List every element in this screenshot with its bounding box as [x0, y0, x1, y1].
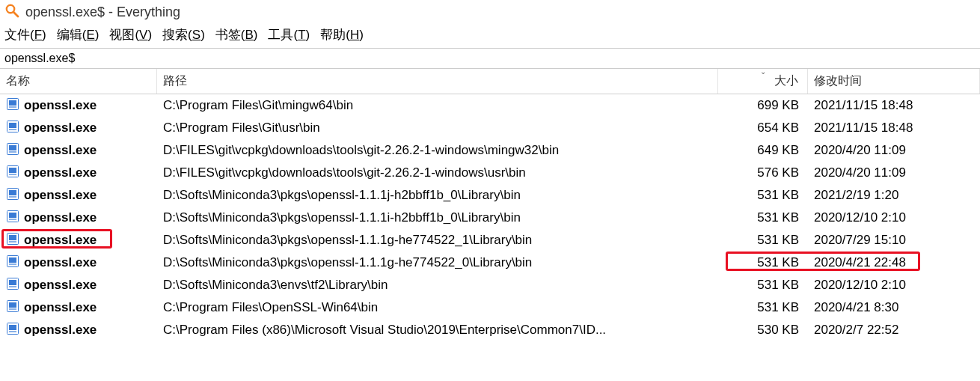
exe-icon — [6, 187, 19, 204]
file-name: openssl.exe — [24, 165, 97, 180]
menu-help[interactable]: 帮助(H) — [320, 26, 364, 43]
menu-tools[interactable]: 工具(T) — [268, 26, 310, 43]
table-row[interactable]: openssl.exe D:\Softs\Miniconda3\pkgs\ope… — [0, 252, 980, 274]
file-path: D:\Softs\Miniconda3\envs\tf2\Library\bin — [157, 278, 718, 293]
svg-rect-31 — [9, 308, 16, 310]
menu-edit[interactable]: 编辑(E) — [57, 26, 99, 43]
file-name: openssl.exe — [24, 98, 97, 113]
file-path: D:\FILES\git\vcpkg\downloads\tools\git-2… — [157, 165, 718, 180]
file-size: 531 KB — [718, 233, 808, 248]
file-path: D:\Softs\Miniconda3\pkgs\openssl-1.1.1i-… — [157, 210, 718, 225]
search-wrap — [0, 48, 980, 69]
search-input[interactable] — [0, 49, 980, 68]
file-mtime: 2020/4/21 22:48 — [808, 255, 980, 270]
window-title: openssl.exe$ - Everything — [25, 4, 180, 20]
file-size: 531 KB — [718, 278, 808, 293]
file-name: openssl.exe — [24, 300, 97, 315]
file-size: 531 KB — [718, 300, 808, 315]
svg-rect-27 — [9, 280, 16, 285]
exe-icon — [6, 322, 19, 339]
file-size: 531 KB — [718, 210, 808, 225]
file-size: 654 KB — [718, 121, 808, 135]
exe-icon — [6, 232, 19, 249]
column-headers: 名称 路径 ⌄ 大小 修改时间 — [0, 69, 980, 94]
col-header-size-label: 大小 — [774, 74, 798, 87]
file-path: C:\Program Files (x86)\Microsoft Visual … — [157, 323, 718, 338]
exe-icon — [6, 210, 19, 227]
svg-rect-12 — [9, 168, 16, 173]
table-row[interactable]: openssl.exe C:\Program Files (x86)\Micro… — [0, 319, 980, 341]
svg-rect-22 — [9, 241, 16, 243]
svg-rect-24 — [9, 257, 16, 263]
table-row[interactable]: openssl.exe D:\Softs\Miniconda3\pkgs\ope… — [0, 184, 980, 207]
svg-rect-9 — [9, 145, 16, 150]
file-name: openssl.exe — [24, 210, 97, 225]
file-name: openssl.exe — [24, 143, 97, 158]
menu-view[interactable]: 视图(V) — [109, 26, 152, 43]
file-path: C:\Program Files\Git\usr\bin — [157, 121, 718, 135]
file-size: 699 KB — [718, 98, 808, 113]
svg-rect-7 — [9, 129, 16, 130]
svg-rect-10 — [9, 151, 16, 153]
table-row[interactable]: openssl.exe D:\Softs\Miniconda3\pkgs\ope… — [0, 229, 980, 252]
exe-icon — [6, 120, 19, 137]
file-name: openssl.exe — [24, 188, 97, 203]
svg-rect-21 — [9, 235, 16, 240]
file-mtime: 2020/12/10 2:10 — [808, 210, 980, 225]
file-path: D:\Softs\Miniconda3\pkgs\openssl-1.1.1j-… — [157, 188, 718, 203]
menu-search[interactable]: 搜索(S) — [162, 26, 205, 43]
file-mtime: 2020/4/20 11:09 — [808, 165, 980, 180]
sort-indicator-icon: ⌄ — [760, 67, 766, 76]
file-mtime: 2020/4/20 11:09 — [808, 143, 980, 158]
svg-rect-25 — [9, 263, 16, 265]
exe-icon — [6, 254, 19, 272]
svg-rect-3 — [9, 100, 16, 106]
table-row[interactable]: openssl.exe D:\FILES\git\vcpkg\downloads… — [0, 139, 980, 162]
menu-bookmark[interactable]: 书签(B) — [215, 26, 258, 43]
file-size: 576 KB — [718, 165, 808, 180]
results-list: openssl.exe C:\Program Files\Git\mingw64… — [0, 94, 980, 341]
file-name: openssl.exe — [24, 323, 97, 338]
table-row[interactable]: openssl.exe D:\Softs\Miniconda3\pkgs\ope… — [0, 207, 980, 229]
file-path: D:\Softs\Miniconda3\pkgs\openssl-1.1.1g-… — [157, 255, 718, 270]
svg-rect-15 — [9, 190, 16, 195]
table-row[interactable]: openssl.exe C:\Program Files\OpenSSL-Win… — [0, 296, 980, 319]
file-path: C:\Program Files\Git\mingw64\bin — [157, 98, 718, 113]
svg-rect-16 — [9, 196, 16, 198]
col-header-size[interactable]: ⌄ 大小 — [718, 69, 808, 94]
file-mtime: 2021/11/15 18:48 — [808, 121, 980, 135]
col-header-mtime[interactable]: 修改时间 — [808, 69, 980, 94]
svg-rect-19 — [9, 219, 16, 220]
file-mtime: 2021/11/15 18:48 — [808, 98, 980, 113]
exe-icon — [6, 165, 19, 182]
exe-icon — [6, 299, 19, 317]
exe-icon — [6, 277, 19, 294]
svg-rect-33 — [9, 325, 16, 330]
table-row[interactable]: openssl.exe C:\Program Files\Git\mingw64… — [0, 94, 980, 117]
file-path: D:\FILES\git\vcpkg\downloads\tools\git-2… — [157, 143, 718, 158]
exe-icon — [6, 97, 19, 115]
table-row[interactable]: openssl.exe C:\Program Files\Git\usr\bin… — [0, 117, 980, 139]
menubar: 文件(F) 编辑(E) 视图(V) 搜索(S) 书签(B) 工具(T) 帮助(H… — [0, 23, 980, 48]
titlebar: openssl.exe$ - Everything — [0, 0, 980, 23]
menu-file[interactable]: 文件(F) — [4, 26, 46, 43]
svg-rect-30 — [9, 302, 16, 308]
file-mtime: 2020/7/29 15:10 — [808, 233, 980, 248]
file-name: openssl.exe — [24, 278, 97, 293]
file-size: 531 KB — [718, 188, 808, 203]
table-row[interactable]: openssl.exe D:\FILES\git\vcpkg\downloads… — [0, 162, 980, 184]
file-mtime: 2020/2/7 22:52 — [808, 323, 980, 338]
col-header-name[interactable]: 名称 — [0, 69, 157, 94]
file-mtime: 2021/2/19 1:20 — [808, 188, 980, 203]
file-name: openssl.exe — [24, 121, 97, 135]
svg-rect-13 — [9, 174, 16, 175]
app-icon — [4, 3, 19, 22]
svg-rect-4 — [9, 106, 16, 108]
file-path: C:\Program Files\OpenSSL-Win64\bin — [157, 300, 718, 315]
svg-rect-6 — [9, 123, 16, 128]
table-row[interactable]: openssl.exe D:\Softs\Miniconda3\envs\tf2… — [0, 274, 980, 296]
file-size: 649 KB — [718, 143, 808, 158]
svg-rect-34 — [9, 331, 16, 332]
exe-icon — [6, 142, 19, 159]
col-header-path[interactable]: 路径 — [157, 69, 718, 94]
